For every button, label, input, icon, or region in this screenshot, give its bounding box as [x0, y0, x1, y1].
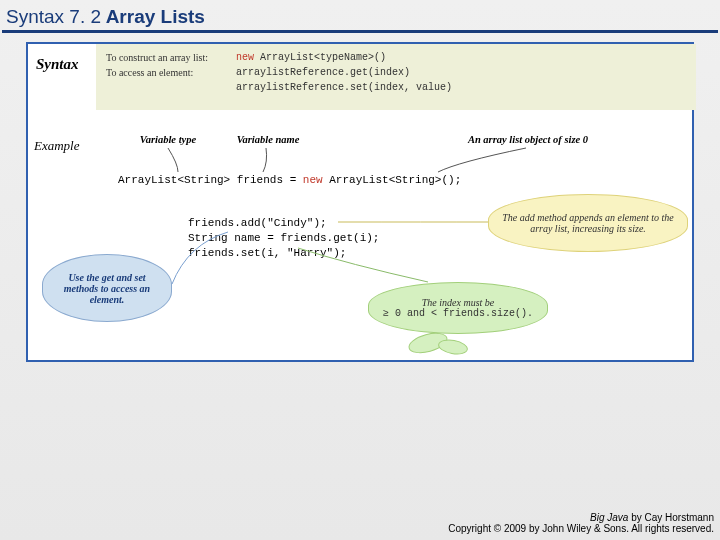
syntax-row-code: arraylistReference.get(index) — [236, 67, 410, 78]
annotation-variable-name: Variable name — [228, 134, 308, 145]
syntax-row-code: new ArrayList<typeName>() — [236, 52, 386, 63]
memo-add-method: The add method appends an element to the… — [488, 194, 688, 252]
slide-footer: Big Java by Cay Horstmann Copyright © 20… — [448, 512, 714, 534]
syntax-row: arraylistReference.set(index, value) — [106, 82, 686, 93]
example-heading: Example — [34, 138, 79, 154]
memo-index-range: The index must be ≥ 0 and < friends.size… — [368, 282, 548, 334]
syntax-row-label: To access an element: — [106, 67, 236, 78]
declaration-code: ArrayList<String> friends = new ArrayLis… — [118, 174, 461, 186]
syntax-heading: Syntax — [36, 56, 79, 73]
annotation-object-size-zero: An array list object of size 0 — [448, 134, 608, 145]
syntax-row: To access an element: arraylistReference… — [106, 67, 686, 78]
title-underline — [2, 30, 718, 33]
example-code-block: friends.add("Cindy"); String name = frie… — [188, 216, 379, 261]
memo-green-code: ≥ 0 and < friends.size(). — [383, 308, 533, 319]
memo-green-text: The index must be — [383, 297, 533, 308]
title-main: Array Lists — [101, 6, 205, 27]
syntax-row-label — [106, 82, 236, 93]
memo-use-get-set: Use the get and set methods to access an… — [42, 254, 172, 322]
syntax-row: To construct an array list: new ArrayLis… — [106, 52, 686, 63]
annotation-variable-type: Variable type — [128, 134, 208, 145]
footer-book-title: Big Java — [590, 512, 628, 523]
syntax-row-code: arraylistReference.set(index, value) — [236, 82, 452, 93]
syntax-row-label: To construct an array list: — [106, 52, 236, 63]
syntax-band: To construct an array list: new ArrayLis… — [96, 44, 696, 110]
syntax-diagram: Syntax To construct an array list: new A… — [26, 42, 694, 362]
footer-copyright: Copyright © 2009 by John Wiley & Sons. A… — [448, 523, 714, 534]
decorative-leaf-icon — [437, 338, 469, 357]
slide-title: Syntax 7. 2 Array Lists — [0, 0, 720, 30]
title-prefix: Syntax 7. 2 — [6, 6, 101, 27]
footer-author: by Cay Horstmann — [628, 512, 714, 523]
